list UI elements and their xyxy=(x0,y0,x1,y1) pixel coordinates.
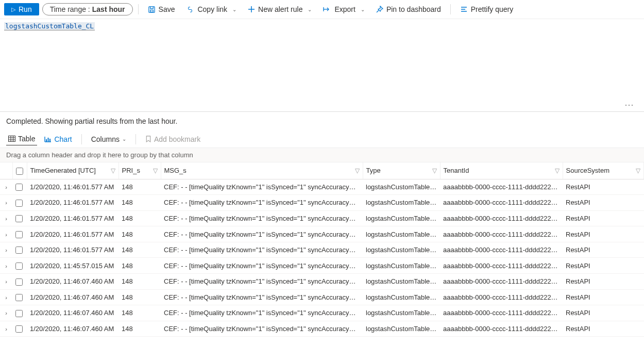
toolbar-separator xyxy=(138,4,139,14)
bookmark-icon xyxy=(145,136,151,142)
time-range-button[interactable]: Time range : Last hour xyxy=(42,3,133,15)
table-row[interactable]: ›1/20/2020, 11:46:01.577 AM148CEF: - - [… xyxy=(0,210,644,226)
cell-source: RestAPI xyxy=(563,226,644,242)
header-expand xyxy=(0,162,12,179)
cell-msg: CEF: - - [timeQuality tzKnown="1" isSync… xyxy=(161,226,363,242)
row-checkbox[interactable] xyxy=(15,278,23,286)
columns-dropdown[interactable]: Columns ⌄ xyxy=(89,133,128,145)
filter-icon[interactable]: ▽ xyxy=(432,167,437,174)
table-row[interactable]: ›1/20/2020, 11:46:07.460 AM148CEF: - - [… xyxy=(0,273,644,289)
row-checkbox[interactable] xyxy=(15,184,23,191)
table-row[interactable]: ›1/20/2020, 11:46:01.577 AM148CEF: - - [… xyxy=(0,195,644,211)
expand-icon[interactable]: › xyxy=(5,247,7,253)
table-row[interactable]: ›1/20/2020, 11:46:07.460 AM148CEF: - - [… xyxy=(0,305,644,321)
results-tabs: Table Chart Columns ⌄ Add bookmark xyxy=(0,130,644,148)
resize-handle-icon[interactable]: ⋯ xyxy=(624,99,635,110)
group-by-hint[interactable]: Drag a column header and drop it here to… xyxy=(0,148,644,162)
table-row[interactable]: ›1/20/2020, 11:45:57.015 AM148CEF: - - [… xyxy=(0,258,644,274)
expand-icon[interactable]: › xyxy=(5,326,7,332)
expand-icon[interactable]: › xyxy=(5,200,7,206)
save-button[interactable]: Save xyxy=(144,3,179,15)
header-source[interactable]: SourceSystem ▽ xyxy=(563,162,644,179)
row-checkbox[interactable] xyxy=(15,325,23,333)
cell-tenant: aaaabbbb-0000-cccc-1111-dddd2222eeee xyxy=(440,179,563,195)
tab-chart[interactable]: Chart xyxy=(42,133,74,145)
cell-msg: CEF: - - [timeQuality tzKnown="1" isSync… xyxy=(161,210,363,226)
table-row[interactable]: ›1/20/2020, 11:46:01.577 AM148CEF: - - [… xyxy=(0,226,644,242)
tabs-separator xyxy=(135,134,136,144)
tab-table[interactable]: Table xyxy=(6,133,37,145)
cell-time: 1/20/2020, 11:46:01.577 AM xyxy=(27,242,118,258)
cell-tenant: aaaabbbb-0000-cccc-1111-dddd2222eeee xyxy=(440,226,563,242)
time-range-label: Time range : xyxy=(50,5,90,13)
filter-icon[interactable]: ▽ xyxy=(153,167,158,174)
expand-icon[interactable]: › xyxy=(5,216,7,222)
cell-type: logstashCustomTable_CL xyxy=(363,179,440,195)
expand-icon[interactable]: › xyxy=(5,310,7,316)
prettify-button[interactable]: Prettify query xyxy=(456,3,517,15)
expand-icon[interactable]: › xyxy=(5,184,7,190)
export-label: Export xyxy=(334,5,355,13)
row-checkbox[interactable] xyxy=(15,247,23,254)
table-row[interactable]: ›1/20/2020, 11:46:01.577 AM148CEF: - - [… xyxy=(0,179,644,195)
cell-tenant: aaaabbbb-0000-cccc-1111-dddd2222eeee xyxy=(440,210,563,226)
cell-tenant: aaaabbbb-0000-cccc-1111-dddd2222eeee xyxy=(440,242,563,258)
chevron-down-icon: ⌄ xyxy=(122,136,126,142)
header-msg[interactable]: MSG_s ▽ xyxy=(161,162,363,179)
run-button[interactable]: ▷ Run xyxy=(4,3,39,15)
table-row[interactable]: ›1/20/2020, 11:46:01.577 AM148CEF: - - [… xyxy=(0,242,644,258)
cell-tenant: aaaabbbb-0000-cccc-1111-dddd2222eeee xyxy=(440,258,563,274)
header-type[interactable]: Type ▽ xyxy=(363,162,440,179)
status-completed: Completed. xyxy=(6,117,43,125)
pin-icon xyxy=(376,6,383,13)
filter-icon[interactable]: ▽ xyxy=(111,167,115,174)
cell-msg: CEF: - - [timeQuality tzKnown="1" isSync… xyxy=(161,242,363,258)
row-checkbox[interactable] xyxy=(15,294,23,301)
export-button[interactable]: Export ⌄ xyxy=(319,3,368,15)
copy-link-button[interactable]: Copy link ⌄ xyxy=(182,3,241,15)
cell-type: logstashCustomTable_CL xyxy=(363,195,440,211)
filter-icon[interactable]: ▽ xyxy=(555,167,560,174)
cell-pri: 148 xyxy=(118,273,161,289)
header-tenant-label: TenantId xyxy=(444,167,469,174)
expand-icon[interactable]: › xyxy=(5,232,7,238)
filter-icon[interactable]: ▽ xyxy=(355,167,360,174)
cell-tenant: aaaabbbb-0000-cccc-1111-dddd2222eeee xyxy=(440,273,563,289)
cell-pri: 148 xyxy=(118,226,161,242)
table-row[interactable]: ›1/20/2020, 11:46:07.460 AM148CEF: - - [… xyxy=(0,321,644,337)
chevron-down-icon: ⌄ xyxy=(232,7,236,12)
header-checkbox[interactable] xyxy=(12,162,27,179)
cell-source: RestAPI xyxy=(563,242,644,258)
pin-button[interactable]: Pin to dashboard xyxy=(372,3,445,15)
cell-pri: 148 xyxy=(118,321,161,337)
status-message: Showing partial results from the last ho… xyxy=(43,117,178,125)
cell-pri: 148 xyxy=(118,258,161,274)
svg-rect-2 xyxy=(9,136,15,142)
new-alert-button[interactable]: New alert rule ⌄ xyxy=(244,3,316,15)
cell-type: logstashCustomTable_CL xyxy=(363,258,440,274)
query-editor[interactable]: logstashCustomTable_CL ⋯ xyxy=(0,19,644,112)
header-time[interactable]: TimeGenerated [UTC] ▽ xyxy=(27,162,118,179)
table-row[interactable]: ›1/20/2020, 11:46:07.460 AM148CEF: - - [… xyxy=(0,289,644,305)
cell-time: 1/20/2020, 11:46:01.577 AM xyxy=(27,210,118,226)
select-all-checkbox[interactable] xyxy=(16,168,23,175)
row-checkbox[interactable] xyxy=(15,262,23,270)
expand-icon[interactable]: › xyxy=(5,294,7,301)
row-checkbox[interactable] xyxy=(15,215,23,222)
row-checkbox[interactable] xyxy=(15,310,23,317)
header-pri[interactable]: PRI_s ▽ xyxy=(118,162,161,179)
expand-icon[interactable]: › xyxy=(5,263,7,269)
cell-source: RestAPI xyxy=(563,179,644,195)
cell-pri: 148 xyxy=(118,242,161,258)
cell-msg: CEF: - - [timeQuality tzKnown="1" isSync… xyxy=(161,289,363,305)
filter-icon[interactable]: ▽ xyxy=(636,167,640,174)
row-checkbox[interactable] xyxy=(15,231,23,238)
header-type-label: Type xyxy=(366,167,381,174)
header-msg-label: MSG_s xyxy=(164,167,187,174)
svg-rect-1 xyxy=(150,10,153,12)
run-label: Run xyxy=(19,5,32,13)
row-checkbox[interactable] xyxy=(15,200,23,207)
cell-tenant: aaaabbbb-0000-cccc-1111-dddd2222eeee xyxy=(440,289,563,305)
header-tenant[interactable]: TenantId ▽ xyxy=(440,162,563,179)
expand-icon[interactable]: › xyxy=(5,278,7,285)
